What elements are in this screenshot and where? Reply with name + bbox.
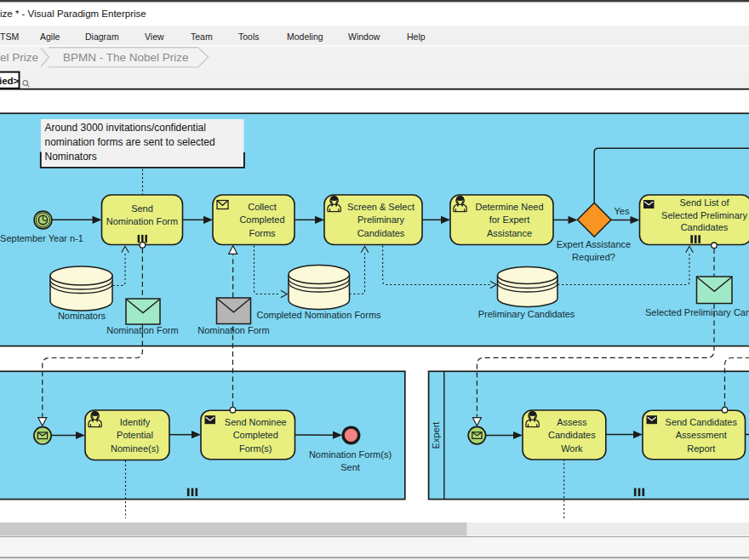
svg-text:Potential: Potential — [117, 430, 153, 440]
svg-text:Identify: Identify — [120, 417, 151, 427]
svg-text:Assistance: Assistance — [487, 228, 532, 238]
svg-text:Send: Send — [131, 203, 153, 214]
svg-text:Form(s): Form(s) — [239, 443, 272, 454]
svg-text:Report: Report — [687, 443, 715, 454]
svg-text:Window: Window — [348, 31, 380, 42]
svg-text:Determine Need: Determine Need — [475, 202, 543, 212]
svg-text:Send Candidates: Send Candidates — [666, 417, 738, 427]
svg-text:Collect: Collect — [248, 202, 277, 212]
svg-text:TSM: TSM — [0, 31, 19, 42]
svg-text:Assessment: Assessment — [676, 430, 727, 440]
svg-text:Nomination Form: Nomination Form — [106, 216, 178, 226]
svg-text:Send Nominee: Send Nominee — [225, 417, 287, 427]
svg-text:Send List of: Send List of — [679, 197, 729, 208]
svg-text:Nominators: Nominators — [45, 151, 97, 163]
svg-text:Nomination Form: Nomination Form — [106, 325, 178, 335]
svg-text:el Prize: el Prize — [0, 51, 38, 64]
svg-text:Preliminary: Preliminary — [357, 214, 405, 225]
svg-text:Forms: Forms — [249, 228, 276, 238]
svg-text:Expert: Expert — [431, 422, 441, 449]
svg-text:Help: Help — [407, 31, 426, 42]
svg-text:Required?: Required? — [572, 252, 615, 262]
svg-text:Tools: Tools — [238, 31, 260, 42]
svg-text:Agile: Agile — [40, 31, 60, 42]
svg-text:Nominee(s): Nominee(s) — [111, 443, 159, 454]
svg-text:Sent: Sent — [340, 462, 360, 472]
svg-text:BPMN - The Nobel Prize: BPMN - The Nobel Prize — [63, 51, 189, 64]
svg-text:Diagram: Diagram — [85, 31, 119, 42]
svg-text:Completed Nomination Forms: Completed Nomination Forms — [256, 310, 381, 320]
svg-text:Nominators: Nominators — [58, 311, 106, 321]
svg-text:Candidates: Candidates — [681, 222, 729, 232]
svg-text:Modeling: Modeling — [287, 31, 323, 42]
svg-text:for Expert: for Expert — [489, 214, 530, 225]
svg-text:Completed: Completed — [233, 430, 278, 440]
svg-text:Yes: Yes — [615, 206, 630, 216]
svg-text:nomination forms are sent to s: nomination forms are sent to selected — [45, 136, 215, 148]
svg-text:September Year n-1: September Year n-1 — [0, 233, 83, 243]
svg-text:Nomination Form(s): Nomination Form(s) — [309, 449, 392, 460]
svg-text:Nomination Form: Nomination Form — [197, 325, 269, 335]
svg-text:Candidates: Candidates — [357, 228, 405, 238]
svg-text:Candidates: Candidates — [548, 430, 596, 440]
svg-text:Screen & Select: Screen & Select — [347, 202, 415, 212]
svg-text:ize * - Visual Paradigm Enterp: ize * - Visual Paradigm Enterprise — [0, 9, 146, 19]
svg-text:Selected Preliminary: Selected Preliminary — [661, 210, 747, 220]
svg-text:Completed: Completed — [239, 214, 284, 225]
svg-text:Around 3000 invitations/confid: Around 3000 invitations/confidential — [45, 122, 206, 134]
svg-text:Work: Work — [561, 443, 583, 454]
svg-text:Preliminary Candidates: Preliminary Candidates — [478, 309, 575, 319]
svg-text:Selected Preliminary Candidate: Selected Preliminary Candidates — [645, 307, 749, 317]
svg-text:ied>: ied> — [0, 76, 20, 86]
svg-text:View: View — [145, 31, 164, 42]
svg-text:Assess: Assess — [557, 417, 587, 427]
svg-text:Team: Team — [191, 31, 213, 42]
svg-text:Expert Assistance: Expert Assistance — [557, 239, 631, 249]
